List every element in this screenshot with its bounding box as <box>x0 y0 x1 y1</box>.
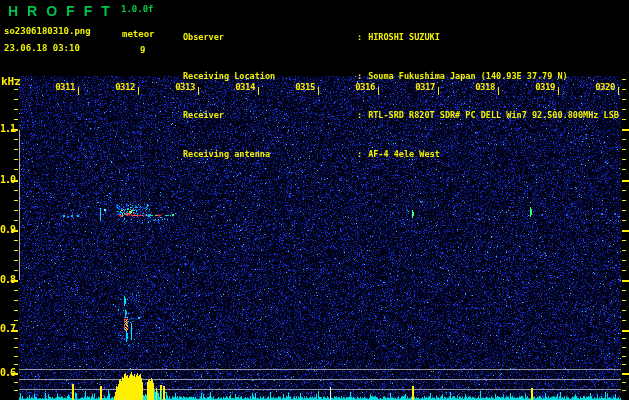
info-value: RTL-SRD R820T SDR# PC DELL Win7 92.500.8… <box>368 110 619 120</box>
x-tick-label: 0317 <box>412 82 438 92</box>
info-separator: : <box>357 149 362 159</box>
x-tick-label: 0320 <box>592 82 618 92</box>
app-version: 1.0.0f <box>121 4 154 14</box>
x-tick-label: 0312 <box>112 82 138 92</box>
x-tick-label: 0316 <box>352 82 378 92</box>
capture-datetime: 23.06.18 03:10 <box>4 43 80 53</box>
info-value: Souma Fukushima Japan (140.93E 37.79 N) <box>368 71 568 81</box>
x-tick-label: 0314 <box>232 82 258 92</box>
x-tick-label: 0318 <box>472 82 498 92</box>
x-tick-label: 0319 <box>532 82 558 92</box>
info-row-observer: Observer:HIROSHI SUZUKI <box>183 31 619 44</box>
x-tick-label: 0315 <box>292 82 318 92</box>
info-value: AF-4 4ele West <box>368 149 440 159</box>
x-tick-label: 0311 <box>52 82 78 92</box>
info-label: Observer <box>183 31 357 44</box>
info-row-antenna: Receiving antenna:AF-4 4ele West <box>183 148 619 161</box>
x-tick-label: 0313 <box>172 82 198 92</box>
output-filename: so2306180310.png <box>4 26 91 36</box>
info-label: Receiver <box>183 109 357 122</box>
info-label: Receiving Location <box>183 70 357 83</box>
y-axis-unit-label: kHz <box>1 75 21 88</box>
y-tick-label: 0.9 <box>0 224 18 235</box>
y-tick-label: 0.6 <box>0 367 18 378</box>
info-separator: : <box>357 71 362 81</box>
meteor-count: 9 <box>140 45 145 55</box>
info-separator: : <box>357 32 362 42</box>
y-tick-label: 1.1 <box>0 123 18 134</box>
info-label: Receiving antenna <box>183 148 357 161</box>
meteor-label: meteor <box>122 29 155 39</box>
info-row-receiver: Receiver:RTL-SRD R820T SDR# PC DELL Win7… <box>183 109 619 122</box>
info-separator: : <box>357 110 362 120</box>
info-value: HIROSHI SUZUKI <box>368 32 440 42</box>
y-tick-label: 1.0 <box>0 174 18 185</box>
y-tick-label: 0.8 <box>0 274 18 285</box>
hrofft-output-image: HROFFT 1.0.0f so2306180310.png meteor 23… <box>0 0 629 400</box>
y-tick-label: 0.7 <box>0 323 18 334</box>
app-title: HROFFT <box>8 3 119 19</box>
station-info-block: Observer:HIROSHI SUZUKI Receiving Locati… <box>183 5 619 187</box>
